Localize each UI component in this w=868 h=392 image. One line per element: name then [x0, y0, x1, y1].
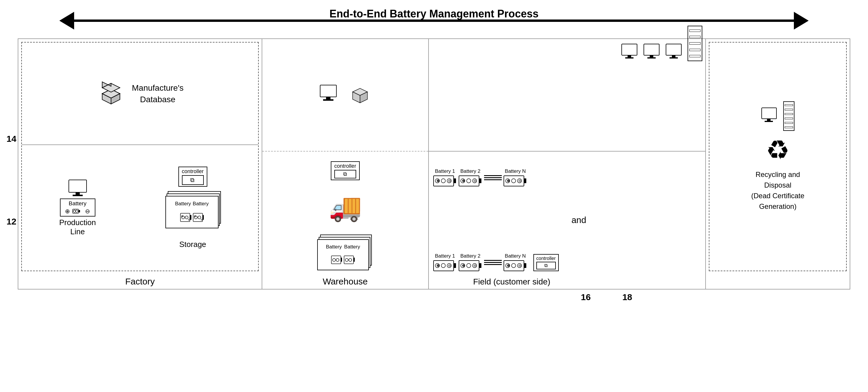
svg-rect-34 — [341, 258, 342, 262]
svg-text:⊖: ⊖ — [473, 179, 476, 183]
recycling-monitor — [761, 107, 780, 125]
w-bat-label-1: Battery — [326, 244, 342, 250]
warehouse-ctrl-symbol: ⧉ — [334, 170, 356, 178]
w-bat-icons — [331, 254, 355, 266]
warehouse-label: Warehouse — [323, 276, 368, 287]
svg-text:⊕: ⊕ — [507, 179, 510, 183]
field-upper — [429, 39, 705, 152]
field-bat-3-icon: ⊕ ⊖ — [433, 260, 457, 272]
factory-lower: Battery ⊕ ⊖ — [22, 145, 258, 271]
svg-rect-67 — [524, 178, 526, 183]
warehouse-controller: controller ⧉ — [331, 161, 360, 180]
conn-line-6 — [484, 264, 502, 265]
field-bat-3: Battery 1 ⊕ ⊖ — [433, 253, 457, 272]
svg-rect-46 — [672, 55, 676, 57]
w-bat-stack-1: Battery Battery — [317, 239, 369, 270]
and-text: and — [433, 215, 701, 225]
server-slot-1 — [689, 30, 701, 32]
truck-icon: 🚚 — [329, 194, 362, 221]
warehouse-stacked: Battery Battery — [317, 235, 373, 279]
warehouse-monitor-icon — [319, 85, 342, 105]
svg-rect-42 — [644, 44, 659, 55]
svg-text:⊕: ⊕ — [462, 179, 465, 183]
battery-terminals: ⊕ ⊖ — [65, 208, 90, 215]
warehouse-ctrl-label: controller — [334, 163, 356, 169]
bat-label-2: Battery — [193, 201, 209, 207]
field-bat-4-label: Battery 2 — [460, 253, 480, 259]
svg-point-72 — [441, 264, 445, 268]
field-computers — [621, 43, 702, 61]
field-bat-4: Battery 2 ⊕ ⊖ — [459, 253, 482, 272]
field-bat-row-2: Battery 1 ⊕ ⊖ Battery 2 — [433, 253, 701, 272]
field-bat-row-1: Battery 1 ⊕ ⊖ Battery 2 — [433, 169, 701, 187]
r-server-slot-3 — [785, 113, 793, 115]
server-slot-2 — [689, 36, 701, 38]
field-bat-N-1-icon: ⊕ ⊖ — [503, 175, 527, 187]
plus-terminal: ⊕ — [65, 208, 70, 215]
svg-point-33 — [336, 259, 339, 262]
bat-label-1: Battery — [175, 201, 191, 207]
db-label: Manufacture'sDatabase — [132, 82, 183, 105]
r-server-slot-6 — [785, 126, 793, 128]
factory-section: Manufacture'sDatabase — [18, 39, 262, 289]
svg-point-37 — [349, 259, 352, 262]
svg-rect-8 — [73, 195, 83, 196]
svg-point-51 — [441, 179, 445, 183]
warehouse-lower: controller ⧉ 🚚 Battery Battery — [262, 152, 428, 289]
conn-line-5 — [484, 262, 502, 263]
svg-rect-7 — [75, 192, 80, 195]
stacked-batteries: Battery Battery — [165, 191, 221, 238]
storage-group: controller ⧉ Batter — [165, 167, 221, 249]
svg-rect-41 — [625, 57, 633, 59]
field-section: Battery 1 ⊕ ⊖ Battery 2 — [429, 39, 706, 289]
recycle-icon: ♻ — [766, 137, 790, 163]
conn-line-4 — [484, 260, 502, 261]
r-server-slot-4 — [785, 118, 793, 119]
top-arrow-section: End-to-End Battery Management Process — [18, 12, 850, 30]
factory-label: Factory — [125, 276, 155, 287]
svg-point-86 — [512, 264, 516, 268]
production-line: Battery ⊕ ⊖ — [59, 179, 96, 236]
svg-rect-27 — [323, 99, 334, 101]
server-slot-3 — [689, 42, 701, 44]
field-label: Field (customer side) — [473, 277, 550, 287]
server-slot-5 — [689, 55, 701, 57]
svg-rect-91 — [767, 119, 771, 121]
bat-row-2: ⊕ ⊖ ⊕ ⊖ — [180, 212, 204, 223]
field-bat-N-1: Battery N ⊕ ⊖ — [503, 169, 527, 187]
svg-rect-53 — [454, 178, 456, 183]
controller-factory: controller ⧉ — [178, 167, 207, 187]
svg-rect-12 — [79, 210, 80, 212]
diagram-container: End-to-End Battery Management Process — [0, 0, 868, 392]
field-bat-N-2-icon: ⊕ ⊖ — [503, 260, 527, 272]
bat-row-1: Battery Battery — [175, 201, 209, 207]
battery-prod-label: Battery — [68, 200, 86, 207]
r-server-slot-1 — [785, 104, 793, 106]
recycling-dashed-box: ♻ Recycling andDisposal(Dead Certificate… — [709, 42, 847, 271]
monitor-icon — [67, 179, 88, 197]
field-bat-2-label: Battery 2 — [460, 169, 480, 174]
controller-label: controller — [182, 169, 204, 175]
w-bat-label-2: Battery — [344, 244, 360, 250]
svg-point-11 — [75, 210, 78, 212]
svg-rect-60 — [479, 178, 482, 183]
svg-text:⊕: ⊕ — [462, 264, 465, 268]
arrow-label: End-to-End Battery Management Process — [329, 8, 538, 20]
svg-text:⊕: ⊕ — [436, 179, 439, 183]
r-server-slot-2 — [785, 109, 793, 111]
label-18: 18 — [622, 292, 632, 302]
field-monitor-1 — [621, 43, 640, 61]
bat-stack-3: Battery Battery — [165, 196, 219, 228]
battery-connection-icon — [72, 208, 83, 214]
svg-text:⊖: ⊖ — [448, 264, 451, 268]
field-ctrl-symbol: ⧉ — [536, 262, 556, 269]
conn-line-1 — [484, 175, 502, 176]
field-bat-2: Battery 2 ⊕ ⊖ — [459, 169, 482, 187]
factory-dashed-box: Manufacture'sDatabase — [21, 42, 259, 271]
svg-rect-26 — [326, 97, 331, 99]
svg-rect-44 — [647, 57, 656, 59]
svg-rect-90 — [762, 108, 776, 119]
svg-rect-25 — [320, 85, 336, 97]
minus-terminal: ⊖ — [85, 208, 90, 215]
bat-icons-row: ⊕ ⊖ ⊕ ⊖ — [180, 212, 204, 223]
